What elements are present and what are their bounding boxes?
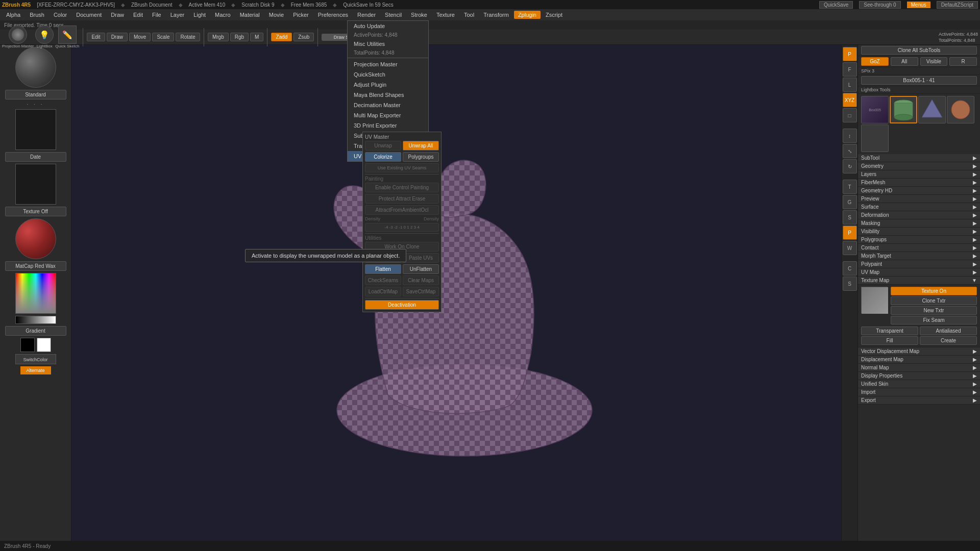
zplugin-multi-map-exporter[interactable]: Multi Map Exporter	[348, 110, 428, 120]
fix-seam-btn[interactable]: Fix Seam	[891, 316, 977, 324]
texture-map-section[interactable]: Texture Map ▼	[858, 277, 980, 285]
normal-map-section[interactable]: Normal Map ▶	[858, 364, 980, 372]
menu-macro[interactable]: Macro	[211, 11, 235, 19]
uv-colorize-btn[interactable]: Colorize	[365, 152, 401, 162]
menu-stroke[interactable]: Stroke	[407, 11, 431, 19]
quick-sketch-btn[interactable]: ✏️ Quick Sketch	[55, 26, 79, 48]
display-properties-section[interactable]: Display Properties ▶	[858, 372, 980, 380]
uv-loadctrlmap-btn[interactable]: LoadCtrlMap	[365, 287, 401, 296]
color-picker[interactable]	[15, 273, 56, 314]
scale-icon-btn[interactable]: ⤡	[843, 144, 857, 158]
visibility-section[interactable]: Visibility ▶	[858, 228, 980, 236]
poly-icon-btn[interactable]: P	[843, 226, 857, 240]
menu-movie[interactable]: Movie	[265, 11, 288, 19]
see-through[interactable]: See-through 0	[859, 1, 900, 9]
ghost-icon-btn[interactable]: G	[843, 195, 857, 209]
menu-preferences[interactable]: Preferences	[314, 11, 352, 19]
floor-icon-btn[interactable]: F	[843, 62, 857, 77]
goz-r-btn[interactable]: R	[949, 57, 977, 66]
deformation-section[interactable]: Deformation ▶	[858, 211, 980, 219]
menu-texture[interactable]: Texture	[432, 11, 459, 19]
date-btn[interactable]: Date	[5, 152, 66, 162]
solo2-icon-btn[interactable]: S	[843, 277, 857, 291]
draw-btn[interactable]: Draw	[107, 33, 128, 41]
menu-document[interactable]: Document	[72, 11, 106, 19]
fibermesh-section[interactable]: FiberMesh ▶	[858, 179, 980, 187]
uv-clear-maps-btn[interactable]: Clear Maps	[403, 276, 439, 285]
displacement-map-section[interactable]: Displacement Map ▶	[858, 356, 980, 364]
geometry-hd-section[interactable]: Geometry HD ▶	[858, 187, 980, 195]
texture-map-preview[interactable]	[861, 287, 888, 313]
move-icon-btn[interactable]: ↕	[843, 129, 857, 143]
uv-use-existing-seams-btn[interactable]: Use Existing UV Seams	[365, 163, 439, 172]
zplugin-3d-print-exporter[interactable]: 3D Print Exporter	[348, 120, 428, 131]
projection-master-btn[interactable]: Projection Master	[2, 26, 34, 48]
local-icon-btn[interactable]: L	[843, 78, 857, 92]
uv-protect-attract-erase-btn[interactable]: Protect Attract Erase	[365, 194, 439, 204]
menu-light[interactable]: Light	[189, 11, 210, 19]
menu-stencil[interactable]: Stencil	[381, 11, 406, 19]
uv-unflatten-btn[interactable]: UnFlatten	[403, 264, 439, 274]
export-section[interactable]: Export ▶	[858, 396, 980, 405]
edit-btn[interactable]: Edit	[87, 33, 105, 41]
switch-color-btn[interactable]: SwitchColor	[15, 354, 56, 364]
new-txtr-btn[interactable]: New Txtr	[891, 306, 977, 315]
uv-attract-ambient-btn[interactable]: AttractFromAmbientOcl	[365, 205, 439, 215]
brush-preview[interactable]	[15, 47, 56, 88]
menu-file[interactable]: File	[148, 11, 165, 19]
menu-picker[interactable]: Picker	[289, 11, 313, 19]
uv-checkseams-btn[interactable]: CheckSeams	[365, 276, 401, 285]
menu-material[interactable]: Material	[236, 11, 264, 19]
texture-preview[interactable]	[15, 164, 56, 205]
thumb-simplebrush[interactable]	[947, 96, 974, 123]
zsub-btn[interactable]: Zsub	[293, 33, 314, 41]
main-canvas[interactable]: Activate to display the unwrapped model …	[71, 45, 857, 541]
alternate-btn[interactable]: Alternate	[20, 366, 51, 374]
rotate-btn[interactable]: Rotate	[176, 33, 200, 41]
goz-btn[interactable]: GoZ	[861, 57, 889, 66]
uv-map-section[interactable]: UV Map ▶	[858, 268, 980, 277]
rgb-btn[interactable]: Rgb	[230, 33, 249, 41]
scale-btn[interactable]: Scale	[152, 33, 174, 41]
vector-displacement-section[interactable]: Vector Displacement Map ▶	[858, 347, 980, 356]
thumb-cylinder3d[interactable]	[890, 96, 917, 123]
menu-transform[interactable]: Transform	[479, 11, 513, 19]
transp-icon-btn[interactable]: T	[843, 180, 857, 194]
menus-btn[interactable]: Menus	[907, 2, 930, 8]
tool-label[interactable]: Box005-1 · 41	[861, 76, 977, 85]
preview-section[interactable]: Preview ▶	[858, 195, 980, 203]
mrgb-btn[interactable]: Mrgb	[208, 33, 229, 41]
uv-paste-uvs-btn[interactable]: Paste UVs	[403, 253, 439, 263]
masking-section[interactable]: Masking ▶	[858, 219, 980, 228]
goz-all-btn[interactable]: All	[891, 57, 918, 66]
uv-savectrlmap-btn[interactable]: SaveCtrlMap	[403, 287, 439, 296]
create-btn[interactable]: Create	[920, 336, 977, 345]
black-swatch[interactable]	[20, 338, 35, 352]
menu-edit[interactable]: Edit	[129, 11, 147, 19]
uv-flatten-btn[interactable]: Flatten	[365, 264, 401, 274]
m-btn[interactable]: M	[250, 33, 263, 41]
uv-polygroups-btn[interactable]: Polygroups	[403, 152, 439, 162]
import-section[interactable]: Import ▶	[858, 388, 980, 396]
zplugin-auto-update[interactable]: Auto Update	[348, 21, 428, 31]
zplugin-misc-utilities[interactable]: Misc Utilities	[348, 39, 428, 49]
menu-render[interactable]: Render	[353, 11, 380, 19]
unified-skin-section[interactable]: Unified Skin ▶	[858, 380, 980, 388]
gradient-bar[interactable]	[15, 316, 56, 324]
xyz-icon-btn[interactable]: XYZ	[843, 93, 857, 107]
polypaint-section[interactable]: Polypaint ▶	[858, 260, 980, 268]
material-preview[interactable]	[15, 218, 56, 259]
clone-all-subtools-btn[interactable]: Clone All SubTools	[861, 46, 977, 55]
geometry-section[interactable]: Geometry ▶	[858, 162, 980, 170]
zplugin-decimation-master[interactable]: Decimation Master	[348, 100, 428, 110]
lightbox-btn[interactable]: 💡 LightBox	[35, 26, 54, 48]
menu-tool[interactable]: Tool	[460, 11, 478, 19]
transparent-btn[interactable]: Transparent	[861, 327, 918, 335]
menu-zplugin[interactable]: Zplugin	[514, 11, 541, 19]
layers-section[interactable]: Layers ▶	[858, 170, 980, 179]
menu-draw[interactable]: Draw	[107, 11, 128, 19]
default2script-btn[interactable]: DefaultZScript	[937, 1, 978, 9]
frame-icon-btn[interactable]: □	[843, 108, 857, 122]
zplugin-adjust-plugin[interactable]: Adjust Plugin	[348, 80, 428, 90]
fill-btn[interactable]: Fill	[861, 336, 918, 345]
